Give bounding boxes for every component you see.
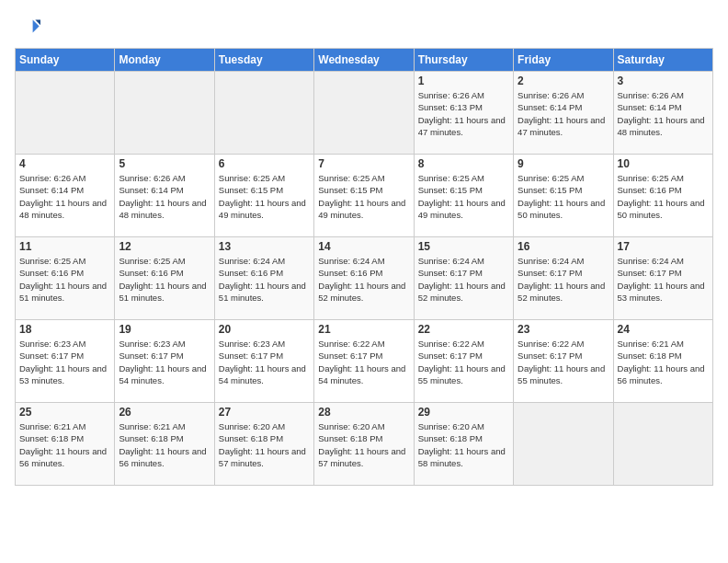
- day-number: 23: [518, 323, 609, 336]
- day-number: 8: [418, 157, 509, 170]
- day-number: 13: [219, 240, 310, 253]
- logo-icon: [15, 15, 40, 40]
- calendar-cell: 9Sunrise: 6:25 AM Sunset: 6:15 PM Daylig…: [514, 155, 613, 237]
- day-number: 11: [19, 240, 110, 253]
- day-content: Sunrise: 6:25 AM Sunset: 6:16 PM Dayligh…: [618, 172, 709, 221]
- calendar-cell: [16, 72, 115, 155]
- calendar-cell: 10Sunrise: 6:25 AM Sunset: 6:16 PM Dayli…: [613, 155, 712, 237]
- day-number: 20: [219, 323, 310, 336]
- calendar-cell: 15Sunrise: 6:24 AM Sunset: 6:17 PM Dayli…: [414, 237, 513, 320]
- calendar-week-row: 4Sunrise: 6:26 AM Sunset: 6:14 PM Daylig…: [16, 155, 713, 237]
- calendar-week-row: 11Sunrise: 6:25 AM Sunset: 6:16 PM Dayli…: [16, 237, 713, 320]
- calendar-cell: 14Sunrise: 6:24 AM Sunset: 6:16 PM Dayli…: [314, 237, 414, 320]
- day-content: Sunrise: 6:22 AM Sunset: 6:17 PM Dayligh…: [418, 338, 509, 386]
- calendar-cell: 4Sunrise: 6:26 AM Sunset: 6:14 PM Daylig…: [16, 155, 115, 237]
- day-number: 5: [119, 157, 210, 170]
- day-number: 4: [19, 157, 110, 170]
- calendar-cell: 22Sunrise: 6:22 AM Sunset: 6:17 PM Dayli…: [414, 320, 513, 403]
- calendar-cell: 17Sunrise: 6:24 AM Sunset: 6:17 PM Dayli…: [613, 237, 712, 320]
- calendar-cell: [514, 403, 613, 486]
- day-content: Sunrise: 6:25 AM Sunset: 6:15 PM Dayligh…: [219, 172, 310, 221]
- day-content: Sunrise: 6:23 AM Sunset: 6:17 PM Dayligh…: [19, 338, 110, 386]
- day-content: Sunrise: 6:22 AM Sunset: 6:17 PM Dayligh…: [518, 338, 609, 386]
- header-friday: Friday: [514, 49, 613, 72]
- day-number: 19: [119, 323, 210, 336]
- day-content: Sunrise: 6:20 AM Sunset: 6:18 PM Dayligh…: [219, 420, 310, 469]
- calendar-cell: 19Sunrise: 6:23 AM Sunset: 6:17 PM Dayli…: [115, 320, 214, 403]
- calendar-cell: 7Sunrise: 6:25 AM Sunset: 6:15 PM Daylig…: [314, 155, 414, 237]
- header-tuesday: Tuesday: [214, 49, 313, 72]
- day-content: Sunrise: 6:25 AM Sunset: 6:15 PM Dayligh…: [518, 172, 609, 221]
- calendar-cell: 18Sunrise: 6:23 AM Sunset: 6:17 PM Dayli…: [16, 320, 115, 403]
- day-number: 15: [418, 240, 509, 253]
- calendar-week-row: 18Sunrise: 6:23 AM Sunset: 6:17 PM Dayli…: [16, 320, 713, 403]
- day-content: Sunrise: 6:24 AM Sunset: 6:17 PM Dayligh…: [418, 255, 509, 304]
- day-content: Sunrise: 6:25 AM Sunset: 6:16 PM Dayligh…: [119, 255, 210, 304]
- calendar-cell: 21Sunrise: 6:22 AM Sunset: 6:17 PM Dayli…: [314, 320, 414, 403]
- day-number: 18: [19, 323, 110, 336]
- page-header: [15, 15, 713, 40]
- day-number: 6: [219, 157, 310, 170]
- calendar-cell: 27Sunrise: 6:20 AM Sunset: 6:18 PM Dayli…: [214, 403, 313, 486]
- calendar-cell: 23Sunrise: 6:22 AM Sunset: 6:17 PM Dayli…: [514, 320, 613, 403]
- day-number: 9: [518, 157, 609, 170]
- day-number: 26: [119, 406, 210, 419]
- calendar-cell: [613, 403, 712, 486]
- day-content: Sunrise: 6:25 AM Sunset: 6:16 PM Dayligh…: [19, 255, 110, 304]
- day-content: Sunrise: 6:20 AM Sunset: 6:18 PM Dayligh…: [418, 420, 509, 469]
- day-number: 7: [318, 157, 409, 170]
- calendar-cell: 5Sunrise: 6:26 AM Sunset: 6:14 PM Daylig…: [115, 155, 214, 237]
- day-content: Sunrise: 6:26 AM Sunset: 6:14 PM Dayligh…: [119, 172, 210, 221]
- calendar-cell: 16Sunrise: 6:24 AM Sunset: 6:17 PM Dayli…: [514, 237, 613, 320]
- day-content: Sunrise: 6:24 AM Sunset: 6:16 PM Dayligh…: [318, 255, 409, 304]
- day-content: Sunrise: 6:26 AM Sunset: 6:13 PM Dayligh…: [418, 89, 509, 138]
- calendar-cell: [214, 72, 313, 155]
- day-content: Sunrise: 6:21 AM Sunset: 6:18 PM Dayligh…: [119, 420, 210, 469]
- calendar-week-row: 25Sunrise: 6:21 AM Sunset: 6:18 PM Dayli…: [16, 403, 713, 486]
- calendar-cell: 28Sunrise: 6:20 AM Sunset: 6:18 PM Dayli…: [314, 403, 414, 486]
- calendar-cell: 2Sunrise: 6:26 AM Sunset: 6:14 PM Daylig…: [514, 72, 613, 155]
- day-number: 25: [19, 406, 110, 419]
- day-number: 29: [418, 406, 509, 419]
- day-number: 14: [318, 240, 409, 253]
- calendar-cell: 29Sunrise: 6:20 AM Sunset: 6:18 PM Dayli…: [414, 403, 513, 486]
- day-number: 16: [518, 240, 609, 253]
- day-content: Sunrise: 6:21 AM Sunset: 6:18 PM Dayligh…: [19, 420, 110, 469]
- calendar-cell: [314, 72, 414, 155]
- day-content: Sunrise: 6:21 AM Sunset: 6:18 PM Dayligh…: [618, 338, 709, 386]
- calendar-cell: 11Sunrise: 6:25 AM Sunset: 6:16 PM Dayli…: [16, 237, 115, 320]
- calendar-cell: 12Sunrise: 6:25 AM Sunset: 6:16 PM Dayli…: [115, 237, 214, 320]
- day-content: Sunrise: 6:26 AM Sunset: 6:14 PM Dayligh…: [19, 172, 110, 221]
- calendar-cell: 6Sunrise: 6:25 AM Sunset: 6:15 PM Daylig…: [214, 155, 313, 237]
- calendar-table: SundayMondayTuesdayWednesdayThursdayFrid…: [15, 48, 713, 486]
- header-monday: Monday: [115, 49, 214, 72]
- day-content: Sunrise: 6:24 AM Sunset: 6:17 PM Dayligh…: [618, 255, 709, 304]
- day-number: 27: [219, 406, 310, 419]
- calendar-cell: 24Sunrise: 6:21 AM Sunset: 6:18 PM Dayli…: [613, 320, 712, 403]
- calendar-cell: 8Sunrise: 6:25 AM Sunset: 6:15 PM Daylig…: [414, 155, 513, 237]
- day-content: Sunrise: 6:26 AM Sunset: 6:14 PM Dayligh…: [518, 89, 609, 138]
- day-number: 28: [318, 406, 409, 419]
- calendar-cell: 13Sunrise: 6:24 AM Sunset: 6:16 PM Dayli…: [214, 237, 313, 320]
- day-number: 10: [618, 157, 709, 170]
- day-number: 21: [318, 323, 409, 336]
- calendar-cell: 20Sunrise: 6:23 AM Sunset: 6:17 PM Dayli…: [214, 320, 313, 403]
- day-content: Sunrise: 6:24 AM Sunset: 6:16 PM Dayligh…: [219, 255, 310, 304]
- day-content: Sunrise: 6:25 AM Sunset: 6:15 PM Dayligh…: [418, 172, 509, 221]
- day-number: 22: [418, 323, 509, 336]
- day-number: 3: [618, 75, 709, 87]
- calendar-cell: 26Sunrise: 6:21 AM Sunset: 6:18 PM Dayli…: [115, 403, 214, 486]
- header-saturday: Saturday: [613, 49, 712, 72]
- day-content: Sunrise: 6:20 AM Sunset: 6:18 PM Dayligh…: [318, 420, 409, 469]
- day-content: Sunrise: 6:24 AM Sunset: 6:17 PM Dayligh…: [518, 255, 609, 304]
- day-number: 2: [518, 75, 609, 87]
- header-sunday: Sunday: [16, 49, 115, 72]
- day-number: 24: [618, 323, 709, 336]
- calendar-cell: [115, 72, 214, 155]
- header-thursday: Thursday: [414, 49, 513, 72]
- header-wednesday: Wednesday: [314, 49, 414, 72]
- day-number: 12: [119, 240, 210, 253]
- day-number: 17: [618, 240, 709, 253]
- calendar-cell: 1Sunrise: 6:26 AM Sunset: 6:13 PM Daylig…: [414, 72, 513, 155]
- day-content: Sunrise: 6:23 AM Sunset: 6:17 PM Dayligh…: [219, 338, 310, 386]
